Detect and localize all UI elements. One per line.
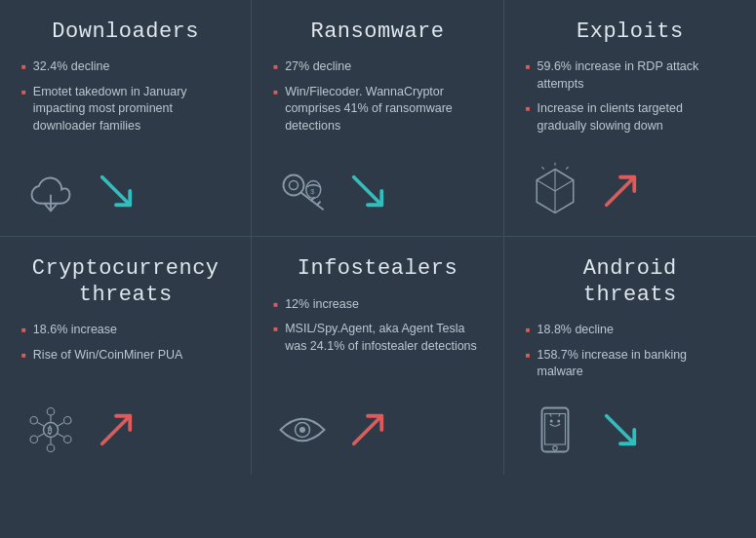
svg-text:₿: ₿ bbox=[47, 424, 53, 435]
svg-line-12 bbox=[555, 180, 574, 191]
down-arrow-icon-android bbox=[602, 411, 639, 448]
cell-title-ransomware: Ransomware bbox=[273, 19, 481, 45]
svg-point-39 bbox=[552, 445, 557, 450]
svg-line-28 bbox=[58, 422, 64, 426]
icon-row-crypto: ₿ bbox=[21, 401, 229, 459]
icon-row-ransomware: $ bbox=[273, 162, 481, 220]
cell-title-infostealers: Infostealers bbox=[273, 256, 481, 282]
svg-line-13 bbox=[537, 180, 555, 191]
main-grid: Downloaders 32.4% decline Emotet takedow… bbox=[0, 0, 756, 475]
cell-crypto: Cryptocurrency threats 18.6% increase Ri… bbox=[0, 237, 252, 474]
bullet-item: 18.8% decline bbox=[526, 322, 735, 339]
bullet-item: Rise of Win/CoinMiner PUA bbox=[21, 347, 229, 365]
bullet-item: Win/Filecoder. WannaCryptor comprises 41… bbox=[273, 84, 481, 135]
bullets-android: 18.8% decline 158.7% increase in banking… bbox=[526, 322, 735, 389]
bullet-item: 32.4% decline bbox=[21, 58, 229, 76]
svg-point-41 bbox=[557, 419, 560, 422]
svg-line-16 bbox=[566, 168, 568, 170]
eye-icon bbox=[273, 401, 332, 459]
bullet-item: Emotet takedown in January impacting mos… bbox=[21, 84, 229, 135]
bullets-exploits: 59.6% increase in RDP attack attempts In… bbox=[526, 58, 735, 150]
up-arrow-icon-infostealers bbox=[349, 411, 386, 448]
crypto-icon: ₿ bbox=[21, 401, 80, 459]
svg-point-23 bbox=[64, 436, 72, 443]
svg-line-1 bbox=[102, 177, 131, 206]
svg-line-33 bbox=[102, 415, 131, 443]
icon-row-android bbox=[526, 401, 735, 459]
svg-line-31 bbox=[38, 433, 45, 437]
bullet-item: 27% decline bbox=[273, 58, 481, 76]
cell-ransomware: Ransomware 27% decline Win/Filecoder. Wa… bbox=[252, 0, 503, 237]
up-arrow-icon-crypto bbox=[98, 411, 135, 448]
icon-row-downloaders bbox=[21, 162, 229, 220]
svg-line-29 bbox=[58, 433, 64, 437]
box-explode-icon bbox=[526, 162, 584, 220]
up-arrow-icon-exploits bbox=[602, 173, 639, 210]
svg-point-26 bbox=[30, 416, 38, 424]
svg-line-32 bbox=[38, 422, 45, 426]
bullet-item: 18.6% increase bbox=[21, 322, 229, 339]
cell-title-android: Android threats bbox=[526, 256, 735, 308]
svg-point-21 bbox=[47, 407, 55, 415]
bullet-item: Increase in clients targeted gradually s… bbox=[526, 100, 735, 134]
svg-line-6 bbox=[317, 203, 320, 206]
svg-point-35 bbox=[299, 427, 305, 433]
cell-downloaders: Downloaders 32.4% decline Emotet takedow… bbox=[0, 0, 252, 237]
cell-exploits: Exploits 59.6% increase in RDP attack at… bbox=[504, 0, 756, 237]
android-phone-icon bbox=[526, 401, 584, 459]
cell-title-exploits: Exploits bbox=[526, 19, 735, 45]
bullets-crypto: 18.6% increase Rise of Win/CoinMiner PUA bbox=[21, 322, 229, 389]
bullets-downloaders: 32.4% decline Emotet takedown in January… bbox=[21, 58, 229, 150]
icon-row-exploits bbox=[526, 162, 735, 220]
svg-line-36 bbox=[354, 415, 382, 443]
svg-point-25 bbox=[30, 436, 38, 443]
svg-rect-37 bbox=[541, 407, 568, 451]
bullet-item: MSIL/Spy.Agent, aka Agent Tesla was 24.1… bbox=[273, 321, 481, 355]
svg-point-40 bbox=[549, 419, 552, 422]
cloud-download-icon bbox=[21, 162, 80, 220]
svg-text:$: $ bbox=[311, 187, 316, 196]
key-icon: $ bbox=[273, 162, 332, 220]
down-arrow-icon-ransomware bbox=[349, 173, 386, 210]
icon-row-infostealers bbox=[273, 401, 481, 459]
svg-line-9 bbox=[354, 177, 382, 206]
bullets-ransomware: 27% decline Win/Filecoder. WannaCryptor … bbox=[273, 58, 481, 150]
cell-android: Android threats 18.8% decline 158.7% inc… bbox=[504, 237, 756, 474]
bullet-item: 59.6% increase in RDP attack attempts bbox=[526, 58, 735, 93]
svg-line-17 bbox=[541, 168, 543, 170]
svg-point-24 bbox=[47, 444, 55, 452]
svg-point-3 bbox=[290, 181, 298, 190]
cell-infostealers: Infostealers 12% increase MSIL/Spy.Agent… bbox=[252, 237, 503, 474]
bullet-item: 12% increase bbox=[273, 296, 481, 314]
svg-line-18 bbox=[606, 177, 634, 206]
cell-title-downloaders: Downloaders bbox=[21, 19, 229, 45]
down-arrow-icon bbox=[98, 173, 135, 210]
cell-title-crypto: Cryptocurrency threats bbox=[21, 256, 229, 308]
bullets-infostealers: 12% increase MSIL/Spy.Agent, aka Agent T… bbox=[273, 296, 481, 389]
bullet-item: 158.7% increase in banking malware bbox=[526, 347, 735, 381]
svg-point-22 bbox=[64, 416, 72, 424]
svg-rect-38 bbox=[544, 413, 565, 444]
svg-line-44 bbox=[606, 415, 634, 443]
